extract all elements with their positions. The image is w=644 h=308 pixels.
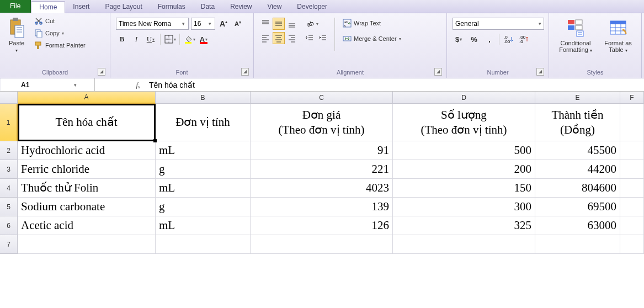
cell-B3[interactable]: g: [156, 160, 251, 179]
align-middle-button[interactable]: [273, 18, 285, 30]
cell-D1[interactable]: Số lượng(Theo đơn vị tính): [393, 104, 535, 141]
row-header-3[interactable]: 3: [0, 160, 18, 179]
name-box[interactable]: ▾: [1, 78, 95, 91]
cell-empty[interactable]: [18, 235, 156, 254]
cell-empty[interactable]: [535, 235, 620, 254]
cell-C5[interactable]: 139: [251, 198, 393, 216]
tab-data[interactable]: Data: [193, 1, 222, 13]
cell-D4[interactable]: 150: [393, 179, 535, 198]
format-as-table-button[interactable]: Format as Table ▾: [599, 15, 637, 68]
copy-button[interactable]: Copy ▾: [32, 28, 88, 39]
borders-button[interactable]: ▾: [164, 33, 176, 45]
tab-developer[interactable]: Developer: [289, 1, 335, 13]
cell-A6[interactable]: Acetic acid: [18, 216, 156, 235]
cell-A3[interactable]: Ferric chloride: [18, 160, 156, 179]
fill-handle[interactable]: [153, 139, 157, 142]
cell-F6[interactable]: [620, 216, 644, 235]
column-header-F[interactable]: F: [620, 92, 644, 104]
select-all-corner[interactable]: [0, 92, 18, 104]
chevron-down-icon[interactable]: ▾: [74, 82, 77, 88]
cell-A2[interactable]: Hydrochloric acid: [18, 141, 156, 160]
cell-D6[interactable]: 325: [393, 216, 535, 235]
cell-E5[interactable]: 69500: [535, 198, 620, 216]
chevron-down-icon[interactable]: ▾: [206, 21, 214, 26]
cell-empty[interactable]: [620, 235, 644, 254]
align-left-button[interactable]: [259, 32, 272, 44]
orientation-button[interactable]: ab▾: [304, 18, 320, 30]
font-launcher[interactable]: ◢: [241, 68, 249, 76]
align-top-button[interactable]: [259, 18, 272, 30]
fx-button[interactable]: fx: [95, 81, 145, 89]
align-bottom-button[interactable]: [286, 18, 298, 30]
wrap-text-button[interactable]: abc Wrap Text: [340, 18, 403, 29]
align-right-button[interactable]: [286, 32, 298, 44]
cell-B5[interactable]: g: [156, 198, 251, 216]
cell-empty[interactable]: [393, 235, 535, 254]
italic-button[interactable]: I: [130, 33, 142, 45]
cell-D2[interactable]: 500: [393, 141, 535, 160]
cell-A1[interactable]: Tên hóa chất: [18, 104, 156, 141]
comma-button[interactable]: ,: [483, 33, 496, 45]
percent-button[interactable]: %: [468, 33, 480, 45]
accounting-format-button[interactable]: $ ▾: [453, 33, 465, 45]
cell-B4[interactable]: mL: [156, 179, 251, 198]
cell-C6[interactable]: 126: [251, 216, 393, 235]
tab-page-layout[interactable]: Page Layout: [97, 1, 150, 13]
conditional-formatting-button[interactable]: Conditional Formatting ▾: [552, 15, 599, 68]
row-header-1[interactable]: 1: [0, 104, 18, 141]
number-launcher[interactable]: ◢: [536, 68, 544, 76]
cell-E6[interactable]: 63000: [535, 216, 620, 235]
cell-B1[interactable]: Đơn vị tính: [156, 104, 251, 141]
cell-D3[interactable]: 200: [393, 160, 535, 179]
cell-F2[interactable]: [620, 141, 644, 160]
column-header-A[interactable]: A: [18, 92, 156, 104]
tab-file[interactable]: File: [0, 0, 31, 13]
grow-font-button[interactable]: A▴: [217, 18, 230, 30]
chevron-down-icon[interactable]: ▾: [536, 21, 544, 26]
cut-button[interactable]: Cut: [32, 15, 88, 26]
name-box-input[interactable]: [21, 81, 71, 89]
font-name-input[interactable]: [116, 18, 179, 29]
cell-B6[interactable]: mL: [156, 216, 251, 235]
column-header-E[interactable]: E: [535, 92, 620, 104]
decrease-indent-button[interactable]: [304, 32, 316, 44]
increase-indent-button[interactable]: [317, 32, 329, 44]
cell-A4[interactable]: Thuốc thử Folin: [18, 179, 156, 198]
row-header-4[interactable]: 4: [0, 179, 18, 198]
tab-view[interactable]: View: [260, 1, 290, 13]
cell-empty[interactable]: [251, 235, 393, 254]
cell-F3[interactable]: [620, 160, 644, 179]
tab-formulas[interactable]: Formulas: [150, 1, 193, 13]
fill-color-button[interactable]: ▾: [183, 33, 195, 45]
alignment-launcher[interactable]: ◢: [434, 68, 442, 76]
font-size-combo[interactable]: ▾: [191, 18, 215, 30]
cell-E2[interactable]: 45500: [535, 141, 620, 160]
row-header-7[interactable]: 7: [0, 235, 18, 254]
font-color-button[interactable]: A▾: [198, 33, 210, 45]
cell-C3[interactable]: 221: [251, 160, 393, 179]
tab-insert[interactable]: Insert: [65, 1, 97, 13]
number-format-input[interactable]: [453, 18, 536, 29]
font-name-combo[interactable]: ▾: [116, 18, 189, 30]
paste-button[interactable]: Paste▾: [3, 15, 30, 68]
cell-F5[interactable]: [620, 198, 644, 216]
spreadsheet-grid[interactable]: ABCDEF1Tên hóa chấtĐơn vị tínhĐơn giá(Th…: [0, 92, 644, 254]
row-header-5[interactable]: 5: [0, 198, 18, 216]
merge-center-button[interactable]: Merge & Center ▾: [340, 33, 403, 44]
row-header-6[interactable]: 6: [0, 216, 18, 235]
column-header-C[interactable]: C: [251, 92, 393, 104]
row-header-2[interactable]: 2: [0, 141, 18, 160]
clipboard-launcher[interactable]: ◢: [98, 68, 105, 76]
align-center-button[interactable]: [273, 32, 285, 44]
decrease-decimal-button[interactable]: .00.0: [518, 33, 530, 45]
formula-input[interactable]: [145, 81, 644, 89]
cell-E3[interactable]: 44200: [535, 160, 620, 179]
font-size-input[interactable]: [191, 18, 206, 29]
cell-empty[interactable]: [156, 235, 251, 254]
format-painter-button[interactable]: Format Painter: [32, 40, 88, 51]
tab-review[interactable]: Review: [222, 1, 259, 13]
cell-D5[interactable]: 300: [393, 198, 535, 216]
chevron-down-icon[interactable]: ▾: [179, 21, 187, 26]
tab-home[interactable]: Home: [31, 1, 65, 13]
bold-button[interactable]: B: [116, 33, 128, 45]
